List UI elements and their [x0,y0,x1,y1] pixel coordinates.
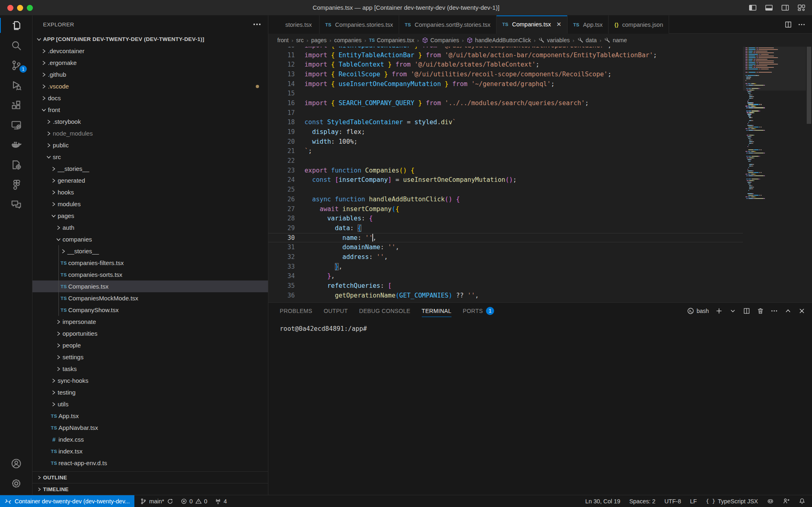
tree-folder-testing[interactable]: testing [32,386,268,398]
git-branch-status[interactable]: main* [140,498,173,505]
breadcrumb-name[interactable]: name [604,37,627,43]
panel-tab-ports[interactable]: PORTS1 [463,303,494,319]
tree-file-react-app-env.d.ts[interactable]: TSreact-app-env.d.ts [32,457,268,469]
code-line-21[interactable]: 21`; [268,147,743,156]
tree-folder-front[interactable]: front [32,104,268,116]
code-line-26[interactable]: 26 async function handleAddButtonClick()… [268,194,743,204]
tree-file-Companies.tsx[interactable]: TSCompanies.tsx [32,280,268,292]
code-line-13[interactable]: 13import { RecoilScope } from '@/ui/util… [268,69,743,79]
activity-search[interactable] [0,35,32,55]
code-line-34[interactable]: 34 }, [268,272,743,281]
activity-remote-explorer[interactable] [0,115,32,135]
tree-file-AppNavbar.tsx[interactable]: TSAppNavbar.tsx [32,422,268,434]
code-line-19[interactable]: 19 display: flex; [268,127,743,137]
code-line-35[interactable]: 35 refetchQueries: [ [268,281,743,291]
explorer-more-actions-icon[interactable] [253,20,261,29]
encoding-setting[interactable]: UTF-8 [664,498,681,505]
code-line-27[interactable]: 27 await insertCompany({ [268,204,743,214]
code-line-17[interactable]: 17 [268,108,743,118]
code-line-29[interactable]: 29 data: { [268,223,743,233]
close-panel-icon[interactable] [798,307,806,315]
code-line-32[interactable]: 32 address: '', [268,252,743,262]
problems-status[interactable]: 0 0 [181,498,207,505]
terminal-dropdown-icon[interactable] [729,307,736,315]
terminal-shell-selector[interactable]: bash [687,307,709,315]
code-line-33[interactable]: 33 }, [268,262,743,272]
code-line-10[interactable]: 10import { WithTopBarContainer } from '@… [268,47,743,50]
tree-folder-hooks[interactable]: hooks [32,186,268,198]
tab-App.tsx[interactable]: TSApp.tsx [568,15,609,34]
tree-file-CompaniesMockMode.tsx[interactable]: TSCompaniesMockMode.tsx [32,292,268,304]
breadcrumb-variables[interactable]: variables [538,37,570,43]
code-line-11[interactable]: 11import { EntityTableActionBar } from '… [268,50,743,60]
new-terminal-button[interactable] [715,307,723,315]
outline-section[interactable]: OUTLINE [32,471,268,483]
code-line-16[interactable]: 16import { SEARCH_COMPANY_QUERY } from '… [268,98,743,108]
tree-folder-docs[interactable]: docs [32,92,268,104]
panel-tab-debug-console[interactable]: DEBUG CONSOLE [359,303,410,319]
tab-Companies.sortBy.stories.tsx[interactable]: TSCompanies.sortBy.stories.tsx [399,15,497,34]
activity-explorer[interactable] [0,15,32,35]
tree-folder-tasks[interactable]: tasks [32,363,268,375]
code-line-36[interactable]: 36 getOperationName(GET_COMPANIES) ?? ''… [268,291,743,300]
tree-file-CompanyShow.tsx[interactable]: TSCompanyShow.tsx [32,304,268,316]
tree-folder-.github[interactable]: .github [32,69,268,80]
activity-run-debug[interactable] [0,75,32,95]
tree-folder-sync-hooks[interactable]: sync-hooks [32,375,268,386]
breadcrumb-companies[interactable]: companies [334,37,362,43]
activity-source-control[interactable]: 1 [0,55,32,75]
layout-grid-icon[interactable] [797,3,806,13]
editor-scrollbar[interactable] [806,47,812,302]
activity-docker[interactable] [0,135,32,155]
tree-file-App.tsx[interactable]: TSApp.tsx [32,410,268,422]
tree-folder-.ergomake[interactable]: .ergomake [32,57,268,69]
activity-extensions[interactable] [0,95,32,115]
panel-tab-problems[interactable]: PROBLEMS [280,303,312,319]
tree-folder-__stories__[interactable]: __stories__ [32,163,268,175]
activity-comments[interactable] [0,194,32,214]
tab-Companies.stories.tsx[interactable]: TSCompanies.stories.tsx [320,15,399,34]
code-line-14[interactable]: 14import { useInsertOneCompanyMutation }… [268,79,743,89]
tree-folder-companies[interactable]: companies [32,233,268,245]
tab-companies.json[interactable]: {}companies.json [609,15,669,34]
notifications-bell-icon[interactable] [799,498,806,505]
tree-file-companies-filters.tsx[interactable]: TScompanies-filters.tsx [32,257,268,269]
minimap[interactable] [743,47,806,302]
breadcrumb-front[interactable]: front [277,37,289,43]
breadcrumb-pages[interactable]: pages [311,37,326,43]
tree-file-companies-sorts.tsx[interactable]: TScompanies-sorts.tsx [32,269,268,280]
code-line-18[interactable]: 18const StyledTableContainer = styled.di… [268,118,743,127]
tree-folder-.storybook[interactable]: .storybook [32,116,268,127]
tree-folder-.devcontainer[interactable]: .devcontainer [32,45,268,57]
remote-indicator[interactable]: Container dev-twenty-dev (dev-twenty-dev… [0,495,134,507]
tree-folder-APP [CONTAINER DEV-TWENTY-DEV (DEV-TWENTY-DEV-1)][interactable]: APP [CONTAINER DEV-TWENTY-DEV (DEV-TWENT… [32,33,268,45]
close-tab-icon[interactable]: ✕ [556,21,561,28]
activity-figma[interactable] [0,175,32,194]
code-line-20[interactable]: 20 width: 100%; [268,137,743,147]
tree-folder-src[interactable]: src [32,151,268,163]
tab-Companies.tsx[interactable]: TSCompanies.tsx✕ [497,15,568,34]
tree-folder-generated[interactable]: generated [32,175,268,186]
panel-more-actions-icon[interactable] [771,307,778,315]
code-line-28[interactable]: 28 variables: { [268,214,743,223]
breadcrumb-Companies.tsx[interactable]: TSCompanies.tsx [369,37,415,43]
indentation-setting[interactable]: Spaces: 2 [629,498,656,505]
tree-folder-settings[interactable]: settings [32,351,268,363]
code-editor[interactable]: 10import { WithTopBarContainer } from '@… [268,47,812,302]
code-line-23[interactable]: 23export function Companies() { [268,166,743,175]
breadcrumb-data[interactable]: data [577,37,597,43]
code-line-22[interactable]: 22 [268,156,743,166]
panel-tab-terminal[interactable]: TERMINAL [422,303,451,319]
tree-folder-modules[interactable]: modules [32,198,268,210]
layout-panel-icon[interactable] [764,3,774,13]
tree-folder-auth[interactable]: auth [32,222,268,233]
breadcrumb-handleAddButtonClick[interactable]: handleAddButtonClick [466,37,531,43]
code-line-15[interactable]: 15 [268,88,743,98]
tree-file-index.tsx[interactable]: TSindex.tsx [32,445,268,457]
code-line-30[interactable]: 30 name: '', [268,233,743,243]
tree-folder-.vscode[interactable]: .vscode [32,80,268,92]
activity-settings-gear[interactable] [0,473,32,493]
maximize-panel-icon[interactable] [784,307,792,315]
tab-stories.tsx[interactable]: stories.tsx [268,15,320,34]
kill-terminal-button[interactable] [757,307,764,315]
